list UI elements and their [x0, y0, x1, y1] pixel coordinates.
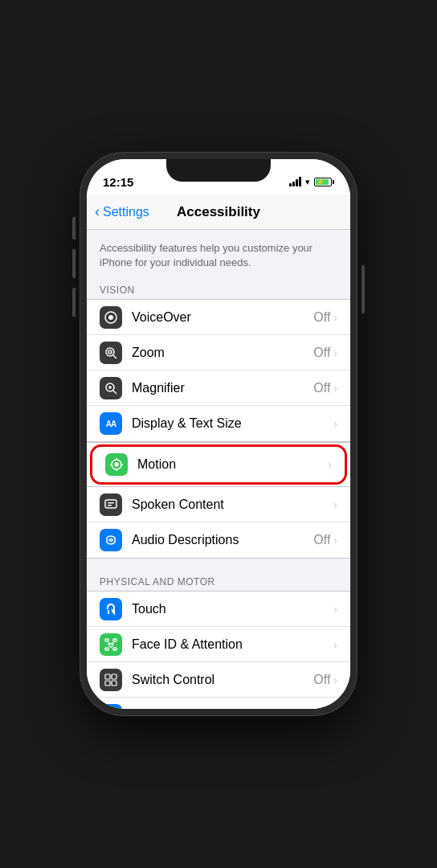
motion-label: Motion — [137, 457, 328, 472]
navigation-bar: ‹ Settings Accessibility — [87, 194, 350, 230]
svg-point-24 — [112, 643, 113, 645]
audio-descriptions-icon — [100, 529, 122, 551]
battery-icon: ⚡ — [314, 178, 334, 186]
display-text-chevron-icon: › — [333, 417, 337, 430]
display-text-icon: AA — [100, 412, 122, 435]
svg-rect-22 — [113, 648, 116, 650]
svg-rect-26 — [112, 674, 116, 679]
spoken-content-label: Spoken Content — [132, 497, 333, 512]
face-id-label: Face ID & Attention — [132, 637, 333, 652]
audio-descriptions-value: Off — [313, 533, 330, 547]
list-item-voiceover[interactable]: VoiceOver Off › — [87, 300, 350, 335]
notch — [166, 159, 271, 182]
zoom-chevron-icon: › — [333, 346, 337, 359]
magnifier-icon — [100, 377, 122, 399]
svg-rect-20 — [113, 639, 116, 641]
svg-rect-27 — [105, 681, 110, 686]
svg-rect-25 — [105, 674, 110, 679]
face-id-icon — [100, 633, 122, 656]
signal-icon — [289, 177, 301, 186]
back-label: Settings — [103, 205, 149, 219]
list-item-audio-descriptions[interactable]: Audio Descriptions Off › — [87, 522, 350, 558]
svg-rect-16 — [108, 502, 114, 504]
svg-rect-19 — [105, 639, 108, 641]
back-chevron-icon: ‹ — [95, 203, 100, 220]
switch-control-chevron-icon: › — [333, 674, 337, 686]
switch-control-label: Switch Control — [132, 673, 313, 687]
switch-control-icon — [100, 669, 122, 691]
section-header-physical-motor: PHYSICAL AND MOTOR — [87, 571, 350, 591]
magnifier-chevron-icon: › — [333, 382, 337, 395]
list-item-touch[interactable]: Touch › — [87, 592, 350, 627]
spoken-content-icon — [100, 493, 122, 516]
svg-rect-28 — [112, 681, 116, 686]
back-button[interactable]: ‹ Settings — [95, 203, 149, 220]
volume-down-button[interactable] — [72, 288, 76, 317]
svg-point-23 — [108, 643, 110, 645]
voiceover-value: Off — [313, 310, 330, 325]
motion-icon — [105, 453, 128, 476]
magnifier-value: Off — [313, 381, 330, 395]
voice-control-label: Voice Control — [132, 708, 313, 709]
list-item-switch-control[interactable]: Switch Control Off › — [87, 662, 350, 698]
silent-button[interactable] — [72, 217, 76, 240]
list-item-display-text[interactable]: AA Display & Text Size › — [87, 406, 350, 441]
vision-list-2: Spoken Content › Audio Descriptions — [87, 487, 350, 559]
phone-frame: 12:15 ▾ ⚡ ‹ Settings Ac — [80, 153, 357, 715]
svg-rect-18 — [108, 610, 109, 614]
power-button[interactable] — [361, 265, 365, 313]
svg-point-1 — [108, 315, 113, 320]
list-item-motion[interactable]: Motion › — [92, 447, 345, 482]
voiceover-icon — [100, 306, 122, 329]
phone-screen: 12:15 ▾ ⚡ ‹ Settings Ac — [87, 159, 350, 709]
svg-line-6 — [113, 391, 116, 394]
svg-point-3 — [108, 350, 112, 354]
list-item-face-id[interactable]: Face ID & Attention › — [87, 627, 350, 662]
list-item-voice-control[interactable]: Voice Control Off › — [87, 698, 350, 709]
physical-motor-list: Touch › — [87, 591, 350, 709]
zoom-value: Off — [313, 346, 330, 360]
svg-line-4 — [113, 355, 116, 358]
spoken-content-chevron-icon: › — [333, 498, 337, 511]
svg-rect-21 — [105, 648, 108, 650]
accessibility-description: Accessibility features help you customiz… — [87, 230, 350, 280]
svg-rect-15 — [105, 500, 116, 508]
touch-label: Touch — [132, 602, 333, 616]
volume-up-button[interactable] — [72, 249, 76, 278]
content-area: Accessibility features help you customiz… — [87, 230, 350, 709]
svg-point-10 — [115, 463, 118, 466]
list-item-spoken-content[interactable]: Spoken Content › — [87, 487, 350, 522]
audio-descriptions-chevron-icon: › — [333, 534, 337, 547]
svg-point-2 — [106, 348, 114, 356]
switch-control-value: Off — [313, 673, 330, 687]
section-header-vision: VISION — [87, 280, 350, 299]
wifi-icon: ▾ — [305, 177, 310, 187]
zoom-icon — [100, 342, 122, 364]
status-bar: 12:15 ▾ ⚡ — [87, 159, 350, 194]
svg-rect-17 — [108, 505, 112, 506]
voice-control-icon — [100, 704, 122, 709]
display-text-label: Display & Text Size — [132, 416, 333, 431]
zoom-label: Zoom — [132, 346, 313, 360]
vision-list: VoiceOver Off › Zoom Off › — [87, 299, 350, 442]
list-item-zoom[interactable]: Zoom Off › — [87, 335, 350, 371]
voiceover-chevron-icon: › — [333, 311, 337, 324]
status-icons: ▾ ⚡ — [289, 177, 334, 187]
audio-descriptions-label: Audio Descriptions — [132, 533, 313, 547]
voiceover-label: VoiceOver — [132, 310, 313, 325]
voice-control-value: Off — [313, 708, 330, 709]
list-item-magnifier[interactable]: Magnifier Off › — [87, 371, 350, 406]
motion-highlight: Motion › — [90, 444, 347, 485]
face-id-chevron-icon: › — [333, 638, 337, 651]
magnifier-label: Magnifier — [132, 381, 313, 395]
touch-icon — [100, 598, 122, 620]
touch-chevron-icon: › — [333, 603, 337, 616]
page-title: Accessibility — [177, 204, 260, 220]
motion-chevron-icon: › — [328, 458, 332, 471]
status-time: 12:15 — [103, 175, 133, 189]
